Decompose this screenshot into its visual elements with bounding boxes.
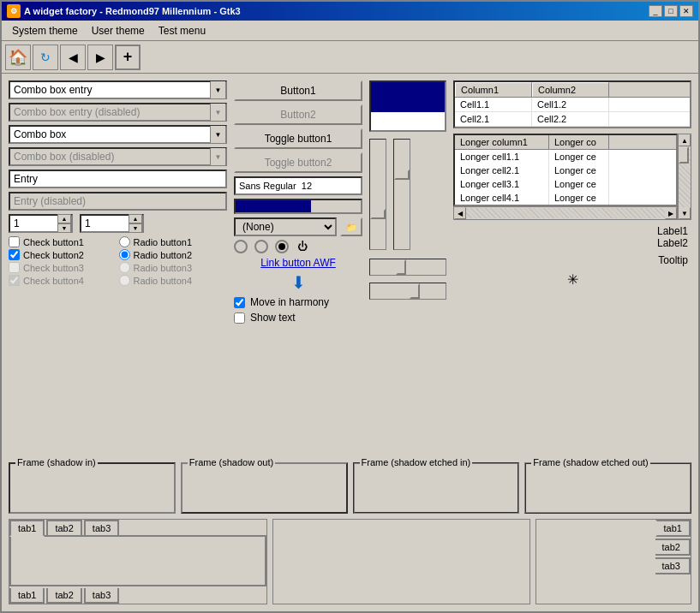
back-button[interactable]: ◀ [60, 45, 86, 70]
hslider2[interactable] [369, 283, 446, 300]
entry-input[interactable] [9, 170, 227, 188]
longer-cell2-1: Longer cell2.1 [455, 164, 549, 177]
tree-cell2-2: Cell2.2 [532, 112, 609, 126]
combo-box-entry-disabled-arrow: ▼ [210, 104, 225, 121]
combo-box[interactable]: ▼ [9, 125, 227, 144]
combo-box-entry-disabled-input [10, 106, 210, 118]
notebook3-tab2[interactable]: tab2 [655, 539, 691, 556]
spinner2[interactable]: ▲ ▼ [80, 214, 144, 233]
vscroll-thumb[interactable] [679, 146, 689, 164]
radio-icon1[interactable] [234, 240, 248, 253]
show-text-label: Show text [250, 312, 296, 324]
menu-item-test-menu[interactable]: Test menu [152, 23, 212, 39]
radio1-label: Radio button1 [134, 237, 193, 247]
dropdown-select[interactable]: (None) [234, 217, 337, 236]
progress-bar-container [234, 199, 362, 214]
longer-cell3-2: Longer ce [549, 177, 609, 191]
spinner1-up[interactable]: ▲ [57, 214, 71, 223]
window-title: A widget factory - Redmond97 Millennium … [24, 6, 241, 16]
list-hscrollbar[interactable]: ◀ ▶ [453, 206, 678, 220]
longer-cell3-1: Longer cell3.1 [455, 177, 549, 191]
check1-item: Check button1 [9, 236, 117, 247]
longer-cell4-2: Longer ce [549, 191, 609, 205]
combo-box-entry[interactable]: ▼ [9, 80, 227, 99]
radio2[interactable] [119, 249, 130, 260]
longer-col2-header: Longer co [549, 135, 609, 149]
combo-box-entry-input[interactable] [10, 84, 210, 96]
list-vscrollbar[interactable]: ▲ ▼ [678, 134, 691, 220]
link-button[interactable]: Link button AWF [234, 257, 362, 269]
radio4 [119, 275, 130, 286]
check2[interactable] [9, 249, 20, 260]
toggle-button1[interactable]: Toggle button1 [234, 128, 362, 149]
hslider1[interactable] [369, 259, 446, 276]
vslider2[interactable] [393, 139, 410, 250]
radio-icon3[interactable] [275, 240, 289, 253]
combo-box-entry-arrow[interactable]: ▼ [210, 81, 225, 98]
show-text-check[interactable] [234, 312, 245, 324]
tree-cell2-1: Cell2.1 [455, 112, 532, 126]
check2-label: Check button2 [23, 250, 84, 260]
longer-list-wrapper: Longer column1 Longer co Longer cell1.1 … [453, 134, 678, 220]
main-window: ⚙ A widget factory - Redmond97 Millenniu… [0, 0, 700, 613]
spinner1-input[interactable] [10, 217, 57, 229]
minimize-button[interactable]: _ [649, 5, 662, 17]
tree-row1: Cell1.1 Cell1.2 [455, 98, 690, 112]
frames-row: Frame (shadow in) Frame (shadow out) Fra… [9, 462, 691, 514]
maximize-button[interactable]: □ [664, 5, 678, 17]
toggle-button2: Toggle button2 [234, 152, 362, 173]
refresh-button[interactable]: ↻ [33, 45, 58, 70]
longer-cell2-2: Longer ce [549, 164, 609, 177]
spinner1-down[interactable]: ▼ [57, 223, 71, 233]
radio1[interactable] [119, 236, 130, 247]
spinner2-input[interactable] [81, 217, 129, 229]
combo-box-input[interactable] [10, 128, 210, 140]
notebook1-tab2[interactable]: tab2 [46, 520, 81, 537]
notebook1-bottom-tab3[interactable]: tab3 [84, 588, 119, 604]
dropdown-row: (None) 📁 [234, 217, 362, 236]
light-bar [371, 112, 445, 132]
longer-row4: Longer cell4.1 Longer ce [455, 191, 676, 205]
radio3-label: Radio button3 [134, 263, 193, 273]
file-button[interactable]: 📁 [340, 217, 362, 236]
spinner1[interactable]: ▲ ▼ [9, 214, 73, 233]
check1[interactable] [9, 236, 20, 247]
close-button[interactable]: ✕ [679, 5, 693, 17]
power-icon[interactable]: ⏻ [296, 240, 309, 253]
notebook3-tab3[interactable]: tab3 [655, 557, 691, 574]
combo-box-arrow[interactable]: ▼ [210, 126, 225, 143]
font-combo[interactable] [234, 176, 362, 195]
check1-label: Check button1 [23, 237, 84, 247]
spinner2-down[interactable]: ▼ [129, 223, 142, 233]
spinner2-up[interactable]: ▲ [129, 214, 142, 223]
menu-item-user-theme[interactable]: User theme [85, 23, 152, 39]
hscroll-track [466, 208, 665, 218]
hscroll-left[interactable]: ◀ [454, 207, 466, 219]
notebook1-tab1[interactable]: tab1 [9, 520, 45, 537]
color-bars [369, 80, 446, 132]
notebook1-bottom-tabs: tab1 tab2 tab3 [9, 588, 266, 604]
longer-cell1-2: Longer ce [549, 150, 609, 164]
notebook1-tab3[interactable]: tab3 [84, 520, 119, 537]
add-button[interactable]: + [115, 45, 141, 70]
move-in-harmony-check[interactable] [234, 297, 245, 308]
tree-view-header: Column1 Column2 [455, 82, 690, 98]
vsliders-row [369, 135, 446, 255]
frame-shadow-etched-out: Frame (shadow etched out) [524, 462, 691, 514]
vscroll-up[interactable]: ▲ [679, 134, 691, 146]
spinner2-buttons: ▲ ▼ [129, 214, 142, 233]
notebook3-tab1[interactable]: tab1 [655, 520, 691, 537]
button1[interactable]: Button1 [234, 80, 362, 101]
font-combo-input[interactable] [236, 181, 361, 191]
vslider1[interactable] [369, 139, 386, 250]
radio-icon2[interactable] [254, 240, 268, 253]
longer-cell1-1: Longer cell1.1 [455, 150, 549, 164]
notebook1-bottom-tab2[interactable]: tab2 [46, 588, 81, 604]
hscroll-right[interactable]: ▶ [665, 207, 677, 219]
forward-button[interactable]: ▶ [87, 45, 113, 70]
vscroll-down[interactable]: ▼ [679, 207, 691, 219]
menu-item-system-theme[interactable]: System theme [5, 23, 85, 39]
frame-shadow-out: Frame (shadow out) [181, 462, 348, 514]
home-button[interactable]: 🏠 [5, 45, 31, 70]
notebook1-bottom-tab1[interactable]: tab1 [9, 588, 45, 604]
